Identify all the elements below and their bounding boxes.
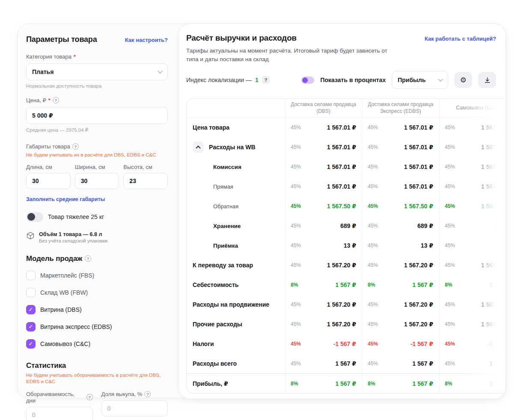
cell-value: 13 ₽: [344, 242, 356, 249]
sales-option-4[interactable]: ✓Самовывоз (C&C): [26, 339, 168, 349]
value-cell: 45%1 567.01 ₽: [362, 137, 439, 157]
gear-icon: ⚙: [460, 77, 466, 84]
value-cell: 45%13 ₽: [285, 236, 362, 255]
value-cell: 45%1 567.50 ₽: [285, 196, 362, 216]
table-row-1: Расходы на WB45%1 567.01 ₽45%1 567.01 ₽4…: [187, 137, 504, 157]
sales-model-options: Маркетплейс (FBS)Склад WB (FBW)✓Витрина …: [26, 271, 168, 349]
value-cell: 45%1 567.20 ₽: [285, 295, 362, 314]
column-header-label: Самовывоз (C&C): [456, 105, 499, 112]
sales-option-1[interactable]: Склад WB (FBW): [26, 288, 168, 297]
show-percent-toggle[interactable]: [301, 77, 314, 84]
cell-value: 1 567.20 ₽: [327, 301, 356, 308]
value-cell: 45%1 567.01 ₽: [439, 157, 504, 177]
localization-index-value: 1: [255, 77, 259, 83]
table-help-link[interactable]: Как работать с таблицей?: [425, 35, 496, 42]
collapse-row-button[interactable]: [193, 142, 204, 153]
turnover-input[interactable]: [26, 407, 93, 420]
cell-value: 1 567.50 ₽: [327, 203, 356, 210]
cell-percent: 45%: [445, 361, 455, 367]
row-label-cell: Обратная: [187, 196, 285, 216]
price-info-icon[interactable]: ?: [53, 97, 59, 104]
table-row-12: Расходы всего45%1 567 ₽45%1 567 ₽45%1 56…: [187, 354, 504, 373]
sales-option-2[interactable]: ✓Витрина (DBS): [26, 305, 168, 314]
sales-option-3[interactable]: ✓Витрина экспресс (EDBS): [26, 322, 168, 331]
value-cell: 45%1 567.20 ₽: [439, 295, 504, 314]
value-cell: 45%1 567.01 ₽: [285, 157, 362, 177]
checkbox-checked[interactable]: ✓: [26, 305, 36, 314]
metric-select[interactable]: Прибыль: [392, 71, 448, 89]
localization-index: Индекс локализации — 1 ?: [186, 76, 270, 84]
buyout-info-icon[interactable]: ?: [144, 391, 151, 397]
cell-value: 1 567.50 ₽: [404, 203, 433, 210]
cell-percent: 45%: [445, 124, 455, 130]
checkbox-unchecked[interactable]: [26, 271, 36, 280]
fill-average-dimensions-link[interactable]: Заполнить средние габариты: [26, 196, 105, 202]
table-settings-button[interactable]: ⚙: [454, 72, 472, 88]
table-row-8: Себестоимость8%1 567 ₽8%1 567 ₽8%1 567 ₽: [187, 275, 504, 295]
cell-percent: 45%: [368, 341, 378, 347]
buyout-share-input[interactable]: [101, 400, 168, 417]
cell-percent: 45%: [368, 302, 378, 308]
how-to-configure-link[interactable]: Как настроить?: [125, 37, 168, 43]
cell-value: 1 567.01 ₽: [404, 163, 433, 170]
heavy-item-toggle[interactable]: [26, 212, 43, 222]
checkbox-checked[interactable]: ✓: [26, 339, 36, 349]
length-input[interactable]: [26, 173, 71, 189]
localization-hint-badge[interactable]: ?: [262, 76, 270, 84]
row-label-cell: Расходы всего: [187, 354, 285, 373]
cell-value: 689 ₽: [494, 222, 504, 229]
value-cell: 45%1 567.20 ₽: [285, 255, 362, 275]
calculation-panel: Расчёт выручки и расходов Как работать с…: [178, 24, 506, 399]
width-input[interactable]: [75, 173, 119, 189]
cell-value: 1 567 ₽: [335, 281, 356, 288]
width-label: Ширина, см: [75, 164, 119, 170]
row-label-cell: Прямая: [187, 177, 285, 196]
cell-value: -1 567 ₽: [411, 340, 433, 347]
value-cell: 45%1 567 ₽: [285, 354, 362, 373]
value-cell: 45%1 567.01 ₽: [439, 137, 504, 157]
value-cell: 45%689 ₽: [285, 216, 362, 236]
price-input[interactable]: [26, 107, 168, 124]
cell-percent: 8%: [368, 282, 375, 288]
value-cell: 8%1 567 ₽: [439, 374, 504, 393]
cell-value: 1 567.01 ₽: [327, 183, 356, 190]
cell-value: 1 567.20 ₽: [327, 321, 356, 328]
row-label: К переводу за товар: [193, 262, 253, 269]
show-percent-label: Показать в процентах: [320, 77, 386, 83]
calc-table-wrap: Доставка силами продавца (DBS)Доставка с…: [186, 98, 504, 393]
checkbox-checked[interactable]: ✓: [26, 322, 36, 331]
cell-value: 1 567.20 ₽: [404, 321, 433, 328]
cell-percent: 45%: [368, 124, 378, 130]
cell-percent: 45%: [291, 164, 301, 170]
value-cell: 45%1 567.50 ₽: [362, 196, 439, 216]
download-button[interactable]: [478, 72, 496, 88]
dimensions-label: Габариты товара ?: [26, 143, 168, 150]
product-parameters-card: Параметры товара Как настроить? Категори…: [17, 24, 505, 398]
value-cell: 45%1 567.01 ₽: [285, 177, 362, 196]
cell-value: 1 567.01 ₽: [481, 163, 504, 170]
table-row-11: Налоги45%-1 567 ₽45%-1 567 ₽45%-1 567 ₽: [187, 334, 504, 354]
sales-model-info-icon[interactable]: ?: [85, 255, 91, 262]
dimensions-info-icon[interactable]: ?: [72, 143, 79, 150]
value-cell: 45%1 567.20 ₽: [439, 255, 504, 275]
category-label: Категория товара*: [26, 53, 168, 60]
table-row-7: К переводу за товар45%1 567.20 ₽45%1 567…: [187, 255, 504, 275]
price-helper: Средняя цена — 2975.04 ₽: [26, 127, 168, 133]
sales-option-0[interactable]: Маркетплейс (FBS): [26, 271, 168, 280]
table-row-0: Цена товара45%1 567.01 ₽45%1 567.01 ₽45%…: [187, 118, 504, 137]
cell-value: 1 567.01 ₽: [404, 144, 433, 151]
cell-value: 1 567 ₽: [412, 281, 433, 288]
row-label: Прямая: [213, 183, 233, 190]
cell-value: 1 567.20 ₽: [327, 262, 356, 269]
value-cell: 45%1 567 ₽: [439, 354, 504, 373]
category-select[interactable]: Платья: [26, 63, 168, 80]
height-input[interactable]: [123, 173, 168, 189]
checkbox-unchecked[interactable]: [26, 288, 36, 297]
table-row-2: Комиссия45%1 567.01 ₽45%1 567.01 ₽45%1 5…: [187, 157, 504, 177]
value-cell: 45%1 567.01 ₽: [439, 118, 504, 137]
length-label: Длина, см: [26, 164, 71, 170]
table-controls: Индекс локализации — 1 ? Показать в проц…: [186, 71, 506, 89]
turnover-info-icon[interactable]: ?: [86, 394, 93, 400]
cell-value: -1 567 ₽: [488, 340, 504, 347]
column-header-label: Доставка силами продавца Экспресс (EDBS): [368, 101, 433, 115]
